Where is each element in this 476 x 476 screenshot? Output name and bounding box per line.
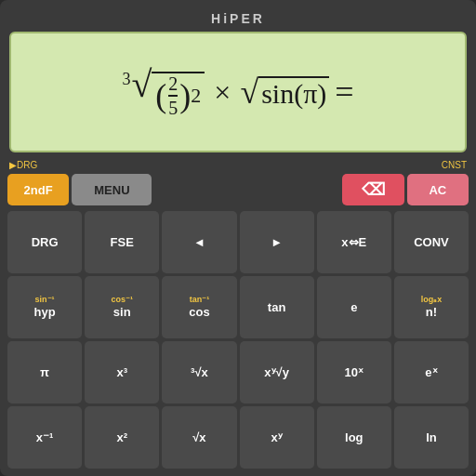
xpowy-button[interactable]: xʸ <box>240 406 314 469</box>
log-button[interactable]: log <box>317 406 391 469</box>
backspace-icon: ⌫ <box>362 179 385 200</box>
tan-button[interactable]: tan <box>240 276 314 338</box>
sqrt-button[interactable]: √x <box>162 406 236 469</box>
drg-button[interactable]: DRG <box>7 211 82 273</box>
10x-button[interactable]: 10ˣ <box>317 341 391 403</box>
conv-button[interactable]: CONV <box>394 211 469 273</box>
button-row-1: DRG FSE ◄ ► x⇔E CONV <box>7 211 469 273</box>
cnst-indicator: CNST <box>442 160 467 170</box>
sqrt-group: √ sin(π) <box>240 73 329 112</box>
xysqrty-button[interactable]: xʸ√y <box>240 341 314 403</box>
fse-button[interactable]: FSE <box>85 211 159 273</box>
drg-indicator: ▶DRG <box>9 160 37 170</box>
button-row-3: π x³ ³√x xʸ√y 10ˣ eˣ <box>7 341 469 403</box>
control-row: 2ndF MENU ⌫ AC <box>7 174 469 205</box>
calculator: HiPER 3 √ ( 2 5 ) 2 × √ <box>0 0 476 476</box>
app-title: HiPER <box>7 7 469 32</box>
cube-root: 3 √ ( 2 5 ) 2 <box>122 66 205 118</box>
display-expression: 3 √ ( 2 5 ) 2 × √ sin(π) = <box>122 66 353 118</box>
backspace-button[interactable]: ⌫ <box>342 174 403 205</box>
multiply-symbol: × <box>214 75 231 110</box>
pi-button[interactable]: π <box>7 341 82 403</box>
button-row-4: x⁻¹ x² √x xʸ log ln <box>7 406 469 469</box>
ac-button[interactable]: AC <box>407 174 469 205</box>
second-func-button[interactable]: 2ndF <box>7 174 69 205</box>
button-panel: ▶DRG CNST 2ndF MENU ⌫ AC DRG FSE ◄ ► x⇔E… <box>7 160 469 469</box>
sin-button[interactable]: cos⁻¹ sin <box>85 276 159 338</box>
factorial-button[interactable]: logₐx n! <box>394 276 469 338</box>
display-screen: 3 √ ( 2 5 ) 2 × √ sin(π) = <box>9 32 467 152</box>
mode-indicators: ▶DRG CNST <box>7 160 469 170</box>
left-button[interactable]: ◄ <box>162 211 236 273</box>
equals-symbol: = <box>335 73 353 112</box>
x2-button[interactable]: x² <box>85 406 159 469</box>
x3-button[interactable]: x³ <box>85 341 159 403</box>
hyp-button[interactable]: sin⁻¹ hyp <box>7 276 82 338</box>
cos-button[interactable]: tan⁻¹ cos <box>162 276 236 338</box>
ex-button[interactable]: eˣ <box>394 341 469 403</box>
cbrt-button[interactable]: ³√x <box>162 341 236 403</box>
right-button[interactable]: ► <box>240 211 314 273</box>
x-e-button[interactable]: x⇔E <box>317 211 391 273</box>
e-button[interactable]: e <box>317 276 391 338</box>
button-row-2: sin⁻¹ hyp cos⁻¹ sin tan⁻¹ cos tan e logₐ… <box>7 276 469 338</box>
inv-button[interactable]: x⁻¹ <box>7 406 82 469</box>
menu-button[interactable]: MENU <box>72 174 152 205</box>
ln-button[interactable]: ln <box>394 406 469 469</box>
